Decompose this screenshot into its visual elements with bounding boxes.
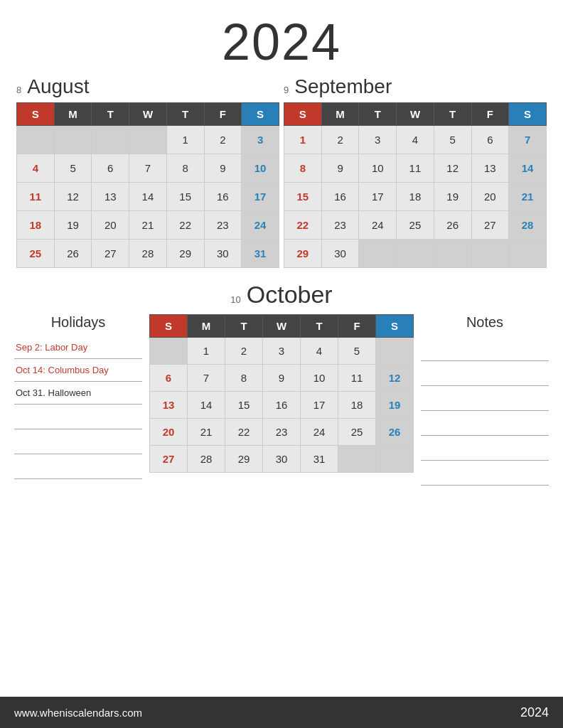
table-row: 2 <box>204 126 242 154</box>
table-row: 16 <box>321 183 359 211</box>
table-row: 25 <box>338 419 376 446</box>
october-number: 10 <box>230 294 240 305</box>
table-row: 6 <box>471 126 509 154</box>
sep-th-tue: T <box>359 103 397 126</box>
table-row: 8 <box>166 154 204 183</box>
table-row: 8 <box>284 154 322 183</box>
table-row: 19 <box>376 392 414 419</box>
table-row: 12 <box>434 154 471 183</box>
table-row: 22 <box>284 211 322 240</box>
sep-th-thu: T <box>434 103 471 126</box>
table-row: 15 <box>166 183 204 211</box>
aug-th-sat: S <box>242 103 279 126</box>
table-row: 29 <box>225 446 263 473</box>
table-row: 14 <box>188 392 225 419</box>
table-row: 29 <box>284 240 322 268</box>
table-row: 14 <box>509 154 547 183</box>
table-row: 27 <box>92 240 129 268</box>
oct-th-wed: W <box>263 315 301 338</box>
september-grid: S M T W T F S 12345678910111213141516171… <box>284 102 547 268</box>
table-row: 10 <box>301 365 338 392</box>
table-row: 25 <box>17 240 55 268</box>
table-row: 11 <box>17 183 55 211</box>
table-row <box>338 446 376 473</box>
oct-th-sat: S <box>376 315 414 338</box>
table-row: 28 <box>188 446 225 473</box>
table-row: 3 <box>263 338 301 365</box>
note-line <box>421 411 549 436</box>
table-row: 31 <box>301 446 338 473</box>
table-row: 21 <box>509 183 547 211</box>
year-heading: 2024 <box>0 0 563 71</box>
aug-th-tue: T <box>92 103 129 126</box>
aug-th-wed: W <box>129 103 167 126</box>
notes-column: Notes <box>414 314 549 486</box>
oct-th-thu: T <box>301 315 338 338</box>
table-row: 19 <box>54 211 92 240</box>
table-row: 1 <box>188 338 225 365</box>
september-calendar: 9 September S M T W T F S 12345678910111… <box>284 75 547 268</box>
holiday-item <box>14 405 142 429</box>
holiday-item <box>14 429 142 454</box>
table-row: 24 <box>359 211 397 240</box>
table-row: 18 <box>397 183 434 211</box>
table-row: 7 <box>188 365 225 392</box>
table-row <box>150 338 188 365</box>
table-row <box>17 126 55 154</box>
table-row: 20 <box>92 211 129 240</box>
table-row: 17 <box>242 183 279 211</box>
table-row: 10 <box>359 154 397 183</box>
table-row: 7 <box>509 126 547 154</box>
table-row: 2 <box>225 338 263 365</box>
table-row: 6 <box>150 365 188 392</box>
table-row: 29 <box>166 240 204 268</box>
table-row: 28 <box>509 211 547 240</box>
oct-th-sun: S <box>150 315 188 338</box>
table-row: 4 <box>17 154 55 183</box>
holidays-column: Holidays Sep 2: Labor DayOct 14: Columbu… <box>14 314 149 479</box>
holiday-item <box>14 454 142 479</box>
aug-th-sun: S <box>17 103 55 126</box>
table-row: 1 <box>284 126 322 154</box>
sep-th-sat: S <box>509 103 547 126</box>
table-row: 22 <box>166 211 204 240</box>
table-row: 13 <box>150 392 188 419</box>
table-row: 22 <box>225 419 263 446</box>
table-row <box>129 126 167 154</box>
table-row <box>509 240 547 268</box>
table-row: 9 <box>263 365 301 392</box>
notes-title: Notes <box>421 314 549 331</box>
table-row: 12 <box>376 365 414 392</box>
september-name: September <box>294 75 392 98</box>
table-row: 18 <box>17 211 55 240</box>
table-row: 21 <box>129 211 167 240</box>
holidays-list: Sep 2: Labor DayOct 14: Columbus DayOct … <box>14 336 142 479</box>
footer-url: www.wheniscalendars.com <box>14 707 142 719</box>
october-name: October <box>247 281 333 309</box>
table-row: 10 <box>242 154 279 183</box>
sep-th-mon: M <box>321 103 359 126</box>
note-line <box>421 361 549 386</box>
august-name: August <box>27 75 89 98</box>
holiday-item: Sep 2: Labor Day <box>14 336 142 359</box>
table-row: 14 <box>129 183 167 211</box>
october-header: 10 October <box>14 281 549 309</box>
table-row: 11 <box>397 154 434 183</box>
table-row <box>376 446 414 473</box>
table-row: 30 <box>321 240 359 268</box>
august-header: 8 August <box>16 75 279 98</box>
table-row: 26 <box>376 419 414 446</box>
table-row: 1 <box>166 126 204 154</box>
table-row <box>434 240 471 268</box>
aug-th-thu: T <box>166 103 204 126</box>
table-row: 17 <box>301 392 338 419</box>
table-row: 9 <box>321 154 359 183</box>
table-row: 31 <box>242 240 279 268</box>
october-calendar: S M T W T F S 12345678910111213141516171… <box>149 314 414 473</box>
table-row: 16 <box>263 392 301 419</box>
holiday-item: Oct 14: Columbus Day <box>14 359 142 382</box>
table-row: 24 <box>242 211 279 240</box>
table-row: 3 <box>359 126 397 154</box>
table-row <box>359 240 397 268</box>
table-row: 5 <box>434 126 471 154</box>
